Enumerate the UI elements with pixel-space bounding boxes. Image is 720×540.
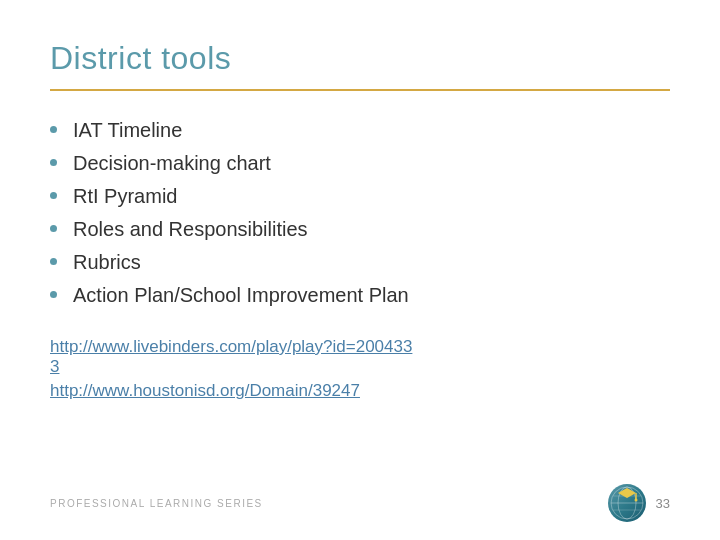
slide-container: District tools IAT Timeline Decision-mak… <box>0 0 720 540</box>
footer-label: PROFESSIONAL LEARNING SERIES <box>50 498 263 509</box>
title-divider <box>50 89 670 91</box>
bullet-text: IAT Timeline <box>73 119 182 142</box>
link-livebinders[interactable]: http://www.livebinders.com/play/play?id=… <box>50 337 670 377</box>
bullet-text: Roles and Responsibilities <box>73 218 308 241</box>
list-item: RtI Pyramid <box>50 185 670 208</box>
list-item: Decision-making chart <box>50 152 670 175</box>
bullet-text: Decision-making chart <box>73 152 271 175</box>
list-item: Roles and Responsibilities <box>50 218 670 241</box>
footer: PROFESSIONAL LEARNING SERIES <box>0 484 720 522</box>
logo-svg <box>608 484 646 522</box>
page-title: District tools <box>50 40 670 77</box>
bullet-dot <box>50 159 57 166</box>
link-houstonisd[interactable]: http://www.houstonisd.org/Domain/39247 <box>50 381 670 401</box>
list-item: IAT Timeline <box>50 119 670 142</box>
bullet-list: IAT Timeline Decision-making chart RtI P… <box>50 119 670 307</box>
footer-right: 33 <box>608 484 670 522</box>
bullet-dot <box>50 225 57 232</box>
list-item: Rubrics <box>50 251 670 274</box>
bullet-text: RtI Pyramid <box>73 185 177 208</box>
list-item: Action Plan/School Improvement Plan <box>50 284 670 307</box>
page-number: 33 <box>656 496 670 511</box>
bullet-text: Action Plan/School Improvement Plan <box>73 284 409 307</box>
logo-icon <box>608 484 646 522</box>
bullet-text: Rubrics <box>73 251 141 274</box>
links-section: http://www.livebinders.com/play/play?id=… <box>50 337 670 401</box>
bullet-dot <box>50 126 57 133</box>
bullet-dot <box>50 192 57 199</box>
bullet-dot <box>50 258 57 265</box>
bullet-dot <box>50 291 57 298</box>
svg-marker-5 <box>618 488 636 498</box>
svg-point-7 <box>634 499 637 502</box>
logo-circle <box>608 484 646 522</box>
